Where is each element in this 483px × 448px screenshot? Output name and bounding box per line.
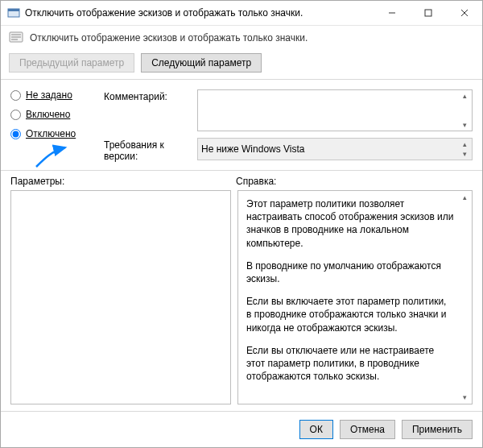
scroll-up-icon[interactable]: ▴ [458,91,471,101]
parameters-panel [10,190,231,404]
requirements-field: Не ниже Windows Vista ▴ ▾ [197,138,473,160]
ok-button[interactable]: ОК [299,420,333,439]
app-icon [7,6,20,19]
scroll-down-icon[interactable]: ▾ [458,392,471,403]
parameters-label: Параметры: [10,176,236,187]
svg-rect-7 [11,34,21,35]
footer-buttons: ОК Отмена Применить [1,411,482,447]
close-button[interactable] [446,1,482,25]
svg-rect-3 [425,10,431,16]
cancel-button[interactable]: Отмена [340,420,395,439]
policy-name: Отключить отображение эскизов и отобража… [30,32,308,44]
maximize-button[interactable] [410,1,446,25]
radio-enabled-label: Включено [26,109,70,120]
help-label: Справка: [236,176,473,187]
minimize-button[interactable] [374,1,410,25]
policy-icon [9,31,25,45]
scroll-down-icon[interactable]: ▾ [458,120,471,130]
scroll-down-icon[interactable]: ▾ [458,149,471,159]
radio-enabled[interactable]: Включено [10,109,99,120]
svg-rect-9 [11,39,18,40]
help-panel: Этот параметр политики позволяет настраи… [237,190,473,404]
scroll-up-icon[interactable]: ▴ [458,139,471,149]
help-paragraph: Этот параметр политики позволяет настраи… [246,197,454,250]
titlebar: Отключить отображение эскизов и отобража… [1,1,482,26]
previous-setting-button: Предыдущий параметр [9,53,134,73]
policy-header: Отключить отображение эскизов и отобража… [1,26,482,48]
radio-disabled-label: Отключено [26,128,76,139]
next-setting-button[interactable]: Следующий параметр [141,53,262,73]
help-paragraph: В проводнике по умолчанию отображаются э… [246,259,454,285]
radio-not-configured[interactable]: Не задано [10,89,99,101]
lower-panels: Этот параметр политики позволяет настраи… [1,189,482,411]
comment-label: Комментарий: [104,89,192,131]
radio-enabled-input[interactable] [10,110,21,120]
annotation-arrow-icon [33,144,70,168]
upper-section: Не задано Включено Отключено Комментарий… [1,80,482,168]
nav-buttons: Предыдущий параметр Следующий параметр [1,48,482,80]
help-paragraph: Если вы включаете этот параметр политики… [246,295,454,334]
requirements-value: Не ниже Windows Vista [201,143,305,155]
radio-disabled-input[interactable] [10,129,21,139]
radio-disabled[interactable]: Отключено [10,128,99,139]
scroll-up-icon[interactable]: ▴ [458,192,471,203]
apply-button[interactable]: Применить [402,420,473,439]
radio-not-configured-label: Не задано [26,89,72,101]
window-title: Отключить отображение эскизов и отобража… [25,7,374,19]
help-paragraph: Если вы отключаете или не настраиваете э… [246,344,454,384]
lower-labels: Параметры: Справка: [1,171,482,189]
dialog-window: Отключить отображение эскизов и отобража… [0,0,483,448]
radio-not-configured-input[interactable] [10,90,21,101]
svg-rect-8 [11,36,21,38]
requirements-label: Требования к версии: [104,138,192,162]
comment-field[interactable]: ▴ ▾ [197,89,473,131]
svg-rect-1 [8,9,19,11]
